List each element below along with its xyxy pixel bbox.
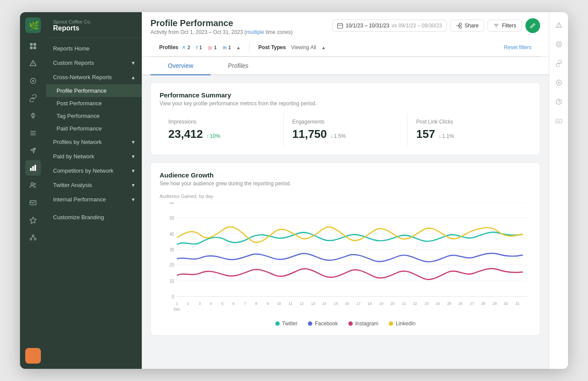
right-add-icon[interactable] <box>553 77 565 89</box>
profiles-chevron-icon[interactable]: ▲ <box>236 45 241 50</box>
filters-label: Filters <box>502 23 516 29</box>
svg-rect-24 <box>337 23 343 28</box>
post-link-clicks-label: Post Link Clicks <box>416 119 522 125</box>
right-link-icon[interactable] <box>553 57 565 70</box>
rail-analytics-icon[interactable] <box>25 160 41 176</box>
svg-point-81 <box>556 42 561 47</box>
chevron-icon: ▾ <box>132 60 135 66</box>
tabs-bar: Overview Profiles <box>142 57 549 75</box>
profiles-filter-label: Profiles <box>159 44 178 50</box>
twitter-legend-label: Twitter <box>282 321 297 327</box>
instagram-chart-line <box>177 269 523 280</box>
sidebar-nav: Reports Home Custom Reports ▾ Cross-Netw… <box>46 38 142 369</box>
svg-rect-88 <box>556 119 562 123</box>
impressions-value-row: 23,412 ↑ 10% <box>168 127 274 141</box>
right-sprout-icon[interactable] <box>553 38 565 50</box>
engagements-metric: Engagements 11,750 ↓ 1.5% <box>284 114 408 146</box>
tab-overview[interactable]: Overview <box>150 57 210 75</box>
twitter-chart-line <box>177 232 523 245</box>
engagements-change-pct: 1.5% <box>334 133 346 139</box>
company-name: Sprout Coffee Co. <box>53 19 135 24</box>
svg-rect-2 <box>30 43 33 46</box>
post-link-clicks-metric: Post Link Clicks 157 ↓ 1.1% <box>408 114 531 146</box>
legend-facebook: Facebook <box>308 321 338 327</box>
instagram-legend-dot <box>348 321 353 326</box>
sidebar-section-custom-reports[interactable]: Custom Reports ▾ <box>46 56 142 70</box>
sidebar-section-profiles-by-network[interactable]: Profiles by Network ▾ <box>46 135 142 149</box>
svg-text:26: 26 <box>458 301 462 306</box>
engagements-value-row: 11,750 ↓ 1.5% <box>292 127 398 141</box>
tab-profiles[interactable]: Profiles <box>210 57 266 75</box>
post-types-chevron-icon[interactable]: ▲ <box>321 45 326 50</box>
rail-send-icon[interactable] <box>25 143 41 158</box>
post-link-clicks-change-pct: 1.1% <box>442 133 454 139</box>
perf-summary-title: Performance Summary <box>160 91 531 99</box>
sidebar-item-paid-performance[interactable]: Paid Performance <box>46 122 142 135</box>
legend-twitter: Twitter <box>275 321 297 327</box>
app-logo[interactable]: 🌿 <box>25 17 41 33</box>
rail-star-icon[interactable] <box>25 212 41 228</box>
sidebar-section-competitors-by-network[interactable]: Competitors by Network ▾ <box>46 164 142 178</box>
impressions-change: ↑ 10% <box>207 133 220 139</box>
reset-filters-button[interactable]: Reset filters <box>504 44 531 50</box>
right-keyboard-icon[interactable] <box>553 115 565 127</box>
svg-text:19: 19 <box>379 301 383 306</box>
calendar-icon <box>337 23 343 29</box>
edit-button[interactable] <box>525 18 540 33</box>
svg-text:10: 10 <box>277 301 281 306</box>
svg-text:16: 16 <box>345 301 349 306</box>
svg-text:20: 20 <box>390 301 394 306</box>
sidebar-item-customize-branding[interactable]: Customize Branding <box>46 210 142 224</box>
sidebar-section-paid-by-network[interactable]: Paid by Network ▾ <box>46 149 142 164</box>
sidebar-item-profile-performance[interactable]: Profile Performance <box>46 84 142 97</box>
header-top-row: Profile Performance Activity from Oct 1,… <box>150 18 540 35</box>
date-range-button[interactable]: 10/1/23 – 10/31/23 vs 09/1/23 – 09/30/23 <box>332 20 447 32</box>
svg-text:23: 23 <box>424 301 428 306</box>
sidebar-item-post-performance[interactable]: Post Performance <box>46 97 142 110</box>
svg-text:8: 8 <box>255 301 257 306</box>
filters-button[interactable]: Filters <box>488 20 522 32</box>
multiple-timezones-link[interactable]: multiple <box>246 29 264 35</box>
sidebar-item-tag-performance[interactable]: Tag Performance <box>46 110 142 122</box>
user-avatar[interactable] <box>25 348 41 364</box>
facebook-icon: f <box>196 45 197 50</box>
right-alert-icon[interactable] <box>553 19 565 31</box>
svg-text:11: 11 <box>288 301 292 306</box>
share-button[interactable]: Share <box>450 20 484 32</box>
sidebar-section-internal-performance[interactable]: Internal Performance ▾ <box>46 192 142 207</box>
rail-feed-icon[interactable] <box>25 73 41 89</box>
sidebar-section-twitter-analysis[interactable]: Twitter Analysis ▾ <box>46 178 142 192</box>
svg-text:?: ? <box>558 100 560 104</box>
engagements-value: 11,750 <box>292 127 327 141</box>
svg-point-9 <box>32 80 34 82</box>
perf-summary-subtitle: View your key profile performance metric… <box>160 100 531 107</box>
rail-pin-icon[interactable] <box>25 108 41 124</box>
svg-text:1: 1 <box>176 301 178 306</box>
svg-rect-4 <box>30 47 33 49</box>
svg-text:22: 22 <box>413 301 417 306</box>
rail-home-icon[interactable] <box>25 38 41 54</box>
svg-point-16 <box>31 183 33 185</box>
sidebar-section-cross-network[interactable]: Cross-Network Reports ▴ <box>46 70 142 84</box>
filter-divider <box>249 43 250 52</box>
svg-text:21: 21 <box>402 301 406 306</box>
rail-network-icon[interactable] <box>25 230 41 245</box>
section-title: Reports <box>53 24 135 32</box>
share-label: Share <box>464 23 478 29</box>
svg-rect-14 <box>32 166 34 171</box>
facebook-count: 1 <box>199 45 202 50</box>
rail-alert-icon[interactable] <box>25 56 41 71</box>
rail-link-icon[interactable] <box>25 90 41 106</box>
rail-inbox-icon[interactable] <box>25 195 41 211</box>
rail-users-icon[interactable] <box>25 177 41 193</box>
svg-text:7: 7 <box>244 301 246 306</box>
svg-text:40: 40 <box>170 231 174 237</box>
instagram-legend-label: Instagram <box>355 321 378 327</box>
sidebar: Sprout Coffee Co. Reports Reports Home C… <box>46 12 142 369</box>
svg-text:30: 30 <box>504 301 508 306</box>
sidebar-brand: Sprout Coffee Co. Reports <box>46 12 142 38</box>
sidebar-item-reports-home[interactable]: Reports Home <box>46 41 142 56</box>
right-help-icon[interactable]: ? <box>553 96 565 108</box>
svg-point-7 <box>33 64 33 65</box>
rail-list-icon[interactable] <box>25 125 41 141</box>
